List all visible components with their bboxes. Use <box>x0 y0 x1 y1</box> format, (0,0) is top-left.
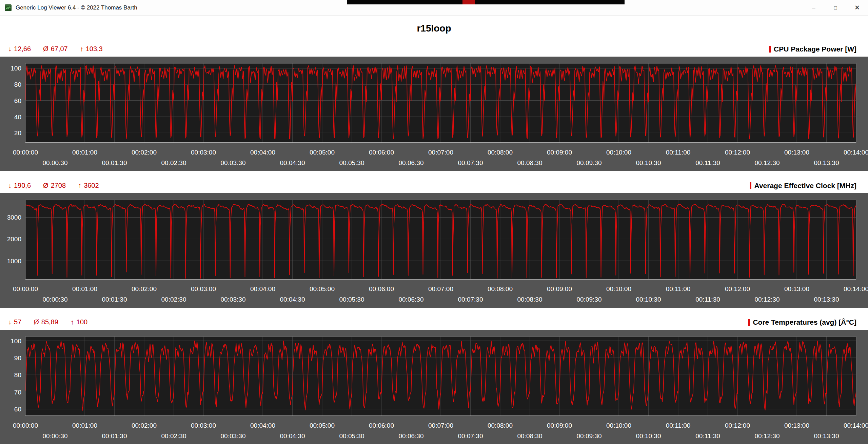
chart-svg[interactable]: 6070809010000:00:0000:01:0000:02:0000:03… <box>0 330 868 444</box>
svg-text:00:07:30: 00:07:30 <box>458 296 483 303</box>
svg-text:00:11:30: 00:11:30 <box>695 432 720 440</box>
close-icon: ✕ <box>854 4 860 12</box>
chart-svg[interactable]: 10002000300000:00:0000:01:0000:02:0000:0… <box>0 193 868 308</box>
close-button[interactable]: ✕ <box>846 0 868 15</box>
panel-core-temperatures: ↓57 Ø85,89 ↑100 Core Temperatures (avg) … <box>0 314 868 444</box>
stat-max: ↑3602 <box>78 182 99 189</box>
svg-text:00:00:30: 00:00:30 <box>43 296 68 303</box>
svg-text:00:12:00: 00:12:00 <box>725 149 750 156</box>
svg-text:00:13:00: 00:13:00 <box>784 149 809 156</box>
stat-avg: Ø67,07 <box>43 45 68 53</box>
stat-avg-value: 85,89 <box>41 318 58 326</box>
chart-header: ↓12,66 Ø67,07 ↑103,3 CPU Package Power [… <box>0 41 868 57</box>
svg-text:00:01:00: 00:01:00 <box>72 149 97 156</box>
svg-text:00:12:00: 00:12:00 <box>725 422 750 429</box>
svg-text:00:04:00: 00:04:00 <box>250 422 275 429</box>
chart-legend: CPU Package Power [W] <box>769 45 856 53</box>
svg-text:00:02:30: 00:02:30 <box>161 296 186 303</box>
svg-text:00:10:30: 00:10:30 <box>636 159 661 166</box>
svg-text:00:05:00: 00:05:00 <box>310 149 335 156</box>
svg-text:00:05:00: 00:05:00 <box>310 285 335 292</box>
svg-text:00:07:00: 00:07:00 <box>428 149 453 156</box>
svg-text:00:07:00: 00:07:00 <box>428 285 453 292</box>
svg-text:00:01:30: 00:01:30 <box>102 296 127 303</box>
panel-cpu-package-power: ↓12,66 Ø67,07 ↑103,3 CPU Package Power [… <box>0 41 868 171</box>
background-window-strip <box>347 0 625 4</box>
svg-text:70: 70 <box>14 389 21 396</box>
legend-color-bar <box>750 182 751 189</box>
legend-label: CPU Package Power [W] <box>774 45 856 53</box>
svg-text:00:00:00: 00:00:00 <box>13 422 38 429</box>
avg-icon: Ø <box>43 45 48 53</box>
svg-text:00:04:30: 00:04:30 <box>280 432 305 440</box>
svg-text:00:00:30: 00:00:30 <box>43 432 68 440</box>
stat-max-value: 103,3 <box>86 45 103 53</box>
page-title: r15loop <box>0 16 868 41</box>
stat-avg-value: 67,07 <box>51 45 68 53</box>
chart-svg[interactable]: 2040608010000:00:0000:01:0000:02:0000:03… <box>0 57 868 171</box>
svg-text:00:06:30: 00:06:30 <box>399 432 424 440</box>
minimize-button[interactable]: – <box>803 0 825 15</box>
svg-text:00:01:30: 00:01:30 <box>102 432 127 440</box>
svg-text:80: 80 <box>14 81 21 88</box>
svg-text:00:09:00: 00:09:00 <box>547 422 572 429</box>
svg-text:00:03:00: 00:03:00 <box>191 422 216 429</box>
svg-text:00:02:30: 00:02:30 <box>161 432 186 440</box>
avg-icon: Ø <box>34 318 39 326</box>
svg-text:00:05:30: 00:05:30 <box>339 159 364 166</box>
chart-legend: Average Effective Clock [MHz] <box>750 182 856 190</box>
chart-header: ↓190,6 Ø2708 ↑3602 Average Effective Clo… <box>0 178 868 193</box>
stat-min: ↓57 <box>8 318 21 326</box>
svg-text:00:10:00: 00:10:00 <box>606 422 631 429</box>
stat-max-value: 3602 <box>84 182 99 189</box>
svg-text:00:12:30: 00:12:30 <box>755 432 780 440</box>
max-arrow-icon: ↑ <box>71 318 74 326</box>
svg-text:00:10:00: 00:10:00 <box>606 149 631 156</box>
app-icon <box>4 4 12 12</box>
max-arrow-icon: ↑ <box>80 45 83 53</box>
svg-text:00:09:00: 00:09:00 <box>547 285 572 292</box>
svg-text:00:02:00: 00:02:00 <box>132 285 157 292</box>
stat-max-value: 100 <box>76 318 87 326</box>
legend-color-bar <box>769 46 771 53</box>
stat-min-value: 57 <box>14 318 21 326</box>
stat-min: ↓190,6 <box>8 182 31 189</box>
svg-text:00:11:00: 00:11:00 <box>666 422 691 429</box>
svg-text:00:13:30: 00:13:30 <box>814 159 839 166</box>
chart-stats: ↓57 Ø85,89 ↑100 <box>8 318 87 326</box>
titlebar[interactable]: Generic Log Viewer 6.4 - © 2022 Thomas B… <box>0 0 868 16</box>
svg-text:00:03:30: 00:03:30 <box>221 296 246 303</box>
svg-text:00:14:00: 00:14:00 <box>844 149 868 156</box>
svg-text:00:10:00: 00:10:00 <box>606 285 631 292</box>
svg-text:00:13:30: 00:13:30 <box>814 432 839 440</box>
svg-text:100: 100 <box>11 338 21 345</box>
svg-text:00:04:30: 00:04:30 <box>280 296 305 303</box>
max-arrow-icon: ↑ <box>78 182 81 189</box>
chart-header: ↓57 Ø85,89 ↑100 Core Temperatures (avg) … <box>0 314 868 330</box>
svg-text:00:11:00: 00:11:00 <box>666 149 691 156</box>
chart-area-cpu-package-power[interactable]: 2040608010000:00:0000:01:0000:02:0000:03… <box>0 57 868 171</box>
svg-text:00:08:30: 00:08:30 <box>517 296 542 303</box>
maximize-button[interactable]: □ <box>825 0 846 15</box>
window-title: Generic Log Viewer 6.4 - © 2022 Thomas B… <box>16 4 137 11</box>
min-arrow-icon: ↓ <box>8 182 12 189</box>
svg-text:00:11:30: 00:11:30 <box>695 296 720 303</box>
svg-text:00:06:00: 00:06:00 <box>369 422 394 429</box>
svg-text:00:01:00: 00:01:00 <box>72 422 97 429</box>
chart-area-core-temperatures[interactable]: 6070809010000:00:0000:01:0000:02:0000:03… <box>0 330 868 444</box>
svg-text:00:00:00: 00:00:00 <box>13 285 38 292</box>
svg-text:00:07:30: 00:07:30 <box>458 159 483 166</box>
minimize-icon: – <box>812 4 815 11</box>
svg-text:00:12:00: 00:12:00 <box>725 285 750 292</box>
svg-text:00:12:30: 00:12:30 <box>755 159 780 166</box>
svg-text:00:08:00: 00:08:00 <box>488 149 513 156</box>
window-controls: – □ ✕ <box>803 0 868 15</box>
svg-text:00:00:30: 00:00:30 <box>43 159 68 166</box>
svg-text:00:09:30: 00:09:30 <box>577 159 602 166</box>
svg-text:00:06:00: 00:06:00 <box>369 285 394 292</box>
chart-stats: ↓190,6 Ø2708 ↑3602 <box>8 182 99 189</box>
svg-text:00:02:30: 00:02:30 <box>161 159 186 166</box>
chart-area-average-effective-clock[interactable]: 10002000300000:00:0000:01:0000:02:0000:0… <box>0 193 868 308</box>
svg-text:00:05:30: 00:05:30 <box>339 432 364 440</box>
stat-max: ↑100 <box>71 318 87 326</box>
